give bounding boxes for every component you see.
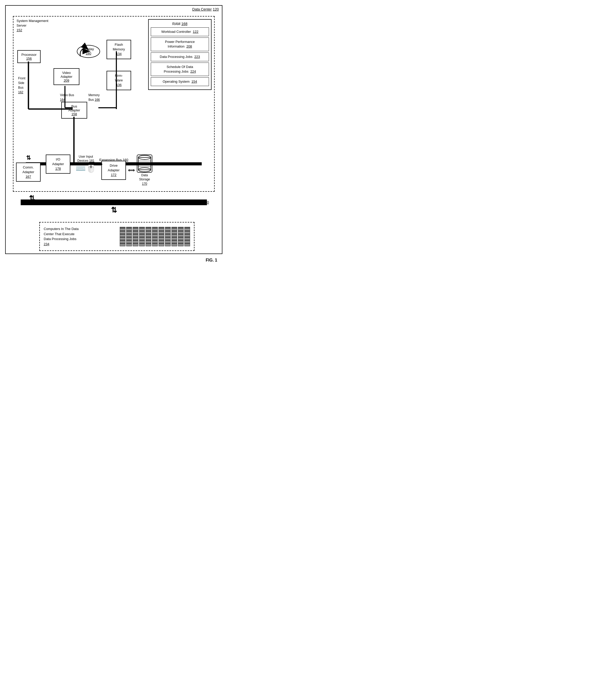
sms-num: 152 <box>16 28 22 32</box>
server-rack <box>126 227 132 246</box>
io-adapter-box: I/OAdapter178 <box>46 155 70 174</box>
ram-label: RAM 168 <box>149 22 211 26</box>
comm-adapter-box: Comm.Adapter167 <box>16 163 41 182</box>
server-rack <box>184 227 190 246</box>
os-item: Operating System 154 <box>151 77 209 86</box>
data-center-num: 120 <box>213 7 219 11</box>
storage-svg <box>137 155 152 172</box>
server-rack <box>178 227 183 246</box>
firmware-box: Firm-Ware136 <box>107 71 131 90</box>
mb-num: 166 <box>95 98 100 101</box>
uid-num: 181 <box>89 159 94 163</box>
flash-memory-box: FlashMemory134 <box>107 40 131 59</box>
computers-text: Computers In The DataCenter That Execute… <box>44 226 114 247</box>
storage-arrow: ⟺ <box>128 167 135 173</box>
servers-visual <box>120 227 190 246</box>
ds-num: 170 <box>142 182 147 185</box>
lan-down-arrow: ⇅ <box>8 206 219 214</box>
memory-bus-label: MemoryBus 166 <box>88 93 100 102</box>
cp-num: 234 <box>44 242 50 246</box>
lan-row: ← LAN 100 <box>8 199 219 205</box>
workload-controller-item: Workload Controller 122 <box>151 27 209 36</box>
keyboard-icon: ⌨️🖱️ <box>76 164 96 172</box>
bus-adapter-box: BusAdapter158 <box>61 102 87 118</box>
display-num: 180 <box>86 52 91 56</box>
power-performance-item: Power PerformanceInformation 208 <box>151 38 209 51</box>
server-rack <box>133 227 138 246</box>
wc-num: 122 <box>193 30 199 33</box>
computers-box: Computers In The DataCenter That Execute… <box>39 222 194 251</box>
lan-num: 100 <box>203 200 209 205</box>
processor-box: Processor156 <box>17 50 41 63</box>
data-center-label: Data Center 120 <box>192 7 219 11</box>
fsb-num: 162 <box>18 90 23 94</box>
io-num: 178 <box>55 167 61 170</box>
os-num: 154 <box>191 80 197 83</box>
user-input-area: User InputDevices 181 ⌨️🖱️ <box>76 155 96 173</box>
server-rack <box>146 227 151 246</box>
page: Data Center 120 System ManagementServer1… <box>5 5 228 263</box>
lan-label: ← LAN 100 <box>190 200 209 205</box>
user-input-label: User InputDevices 181 <box>77 155 94 163</box>
data-storage-area: DataStorage170 <box>137 155 152 186</box>
sms-box: System ManagementServer152 RAM 168 Workl… <box>13 16 215 192</box>
data-storage-cylinder <box>137 155 152 173</box>
server-rack <box>159 227 164 246</box>
server-rack <box>139 227 145 246</box>
display-ellipse: Display180 <box>77 45 100 58</box>
data-center-box: Data Center 120 System ManagementServer1… <box>5 5 222 254</box>
front-side-bus-label: FrontSideBus162 <box>18 76 25 95</box>
comm-arrow: ⇅ <box>26 155 31 161</box>
comm-adapter-area: ⇅ Comm.Adapter167 <box>16 155 41 182</box>
data-storage-label: DataStorage170 <box>139 173 150 186</box>
server-rack <box>165 227 171 246</box>
video-adapter-box: VideoAdapter209 <box>54 68 79 85</box>
server-rack <box>120 227 125 246</box>
computers-area: Computers In The DataCenter That Execute… <box>8 222 225 251</box>
fig-label: FIG. 1 <box>5 258 228 263</box>
lan-area: ⇅ ← LAN 100 ⇅ <box>8 198 219 214</box>
data-processing-jobs-item: Data Processing Jobs 223 <box>151 53 209 61</box>
va-num: 209 <box>64 79 69 82</box>
fm-num: 134 <box>116 52 122 56</box>
drive-storage-area: DriveAdapter172 ⟺ <box>101 155 152 186</box>
ram-num: 168 <box>181 22 187 26</box>
bottom-row: ⇅ Comm.Adapter167 I/OAdapter178 User Inp… <box>16 155 211 186</box>
sch-num: 224 <box>190 70 196 73</box>
dpj-num: 223 <box>194 55 200 59</box>
ram-box: RAM 168 Workload Controller 122 Power Pe… <box>148 19 211 90</box>
ca-num: 167 <box>26 175 31 179</box>
drive-adapter-box: DriveAdapter172 <box>101 161 126 180</box>
lan-bar <box>21 199 207 205</box>
schedule-item: Schedule Of DataProcessing Jobs 224 <box>151 62 209 76</box>
vb-num: 164 <box>60 98 65 101</box>
ba-num: 158 <box>71 112 77 116</box>
video-bus-label: Video Bus164 <box>60 93 74 102</box>
server-rack <box>152 227 158 246</box>
sms-label: System ManagementServer152 <box>16 18 49 33</box>
processor-num: 156 <box>26 57 32 60</box>
da-num: 172 <box>111 173 117 177</box>
pp-num: 208 <box>187 44 192 48</box>
server-rack <box>172 227 177 246</box>
data-center-text: Data Center <box>192 7 211 11</box>
fw-num: 136 <box>116 83 122 87</box>
